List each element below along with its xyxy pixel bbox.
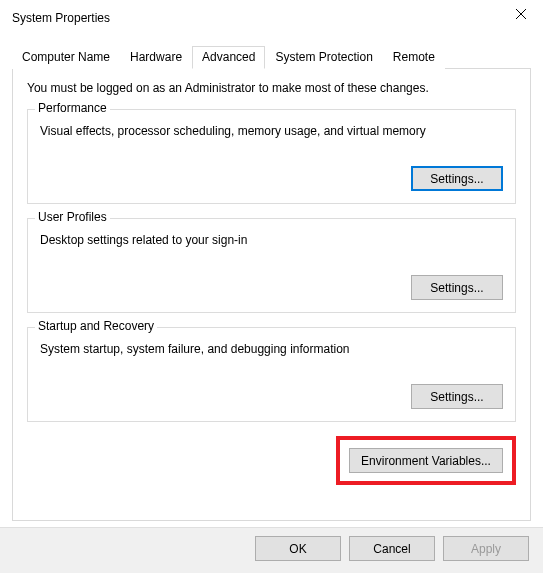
ok-button[interactable]: OK [255,536,341,561]
performance-settings-button[interactable]: Settings... [411,166,503,191]
cancel-button[interactable]: Cancel [349,536,435,561]
environment-variables-button[interactable]: Environment Variables... [349,448,503,473]
apply-button[interactable]: Apply [443,536,529,561]
titlebar: System Properties [0,0,543,36]
tab-hardware[interactable]: Hardware [120,46,192,69]
close-button[interactable] [499,0,543,29]
startup-recovery-legend: Startup and Recovery [35,319,157,333]
tab-content-advanced: You must be logged on as an Administrato… [12,68,531,521]
tab-computer-name[interactable]: Computer Name [12,46,120,69]
window-title: System Properties [12,11,110,25]
startup-recovery-button-row: Settings... [40,384,503,409]
admin-intro-text: You must be logged on as an Administrato… [27,81,516,95]
startup-recovery-desc: System startup, system failure, and debu… [40,342,503,356]
tab-advanced[interactable]: Advanced [192,46,265,69]
tab-remote[interactable]: Remote [383,46,445,69]
env-vars-row: Environment Variables... [27,436,516,485]
env-vars-highlight: Environment Variables... [336,436,516,485]
user-profiles-desc: Desktop settings related to your sign-in [40,233,503,247]
performance-legend: Performance [35,101,110,115]
tab-strip: Computer Name Hardware Advanced System P… [12,46,531,68]
dialog-buttons: OK Cancel Apply [0,527,543,573]
startup-recovery-group: Startup and Recovery System startup, sys… [27,327,516,422]
user-profiles-settings-button[interactable]: Settings... [411,275,503,300]
user-profiles-legend: User Profiles [35,210,110,224]
performance-group: Performance Visual effects, processor sc… [27,109,516,204]
performance-desc: Visual effects, processor scheduling, me… [40,124,503,138]
user-profiles-group: User Profiles Desktop settings related t… [27,218,516,313]
system-properties-window: System Properties Computer Name Hardware… [0,0,543,573]
tab-system-protection[interactable]: System Protection [265,46,382,69]
close-icon [516,9,526,19]
startup-recovery-settings-button[interactable]: Settings... [411,384,503,409]
performance-button-row: Settings... [40,166,503,191]
user-profiles-button-row: Settings... [40,275,503,300]
